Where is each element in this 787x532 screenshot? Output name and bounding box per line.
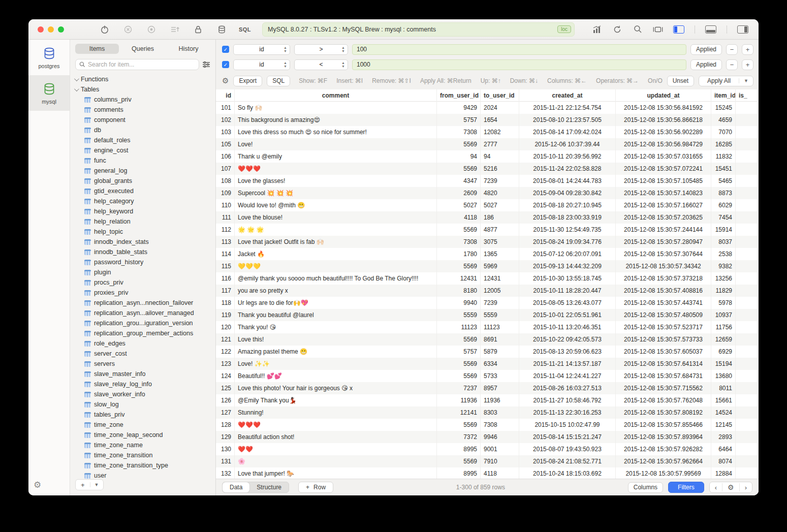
cell-created_at[interactable]: 2015-08-18 20:27:10.945 <box>519 199 616 211</box>
cell-comment[interactable]: 🌸 <box>235 455 437 467</box>
table-row[interactable]: 117you are so pretty x8180120052015-10-1… <box>216 285 759 297</box>
filter-column-select[interactable]: id ▲▼ <box>233 44 290 55</box>
cell-comment[interactable]: Thank you! 😘 <box>235 321 437 333</box>
cell-item_id[interactable]: 12145 <box>711 419 736 431</box>
cell-updated_at[interactable]: 2015-12-08 15:30:57.715562 <box>616 382 711 394</box>
cell-item_id[interactable]: 11756 <box>711 321 736 333</box>
cell-updated_at[interactable]: 2015-12-08 15:30:56.866218 <box>616 114 711 126</box>
cell-created_at[interactable]: 2015-11-24 22:02:58.828 <box>519 163 616 175</box>
cell-updated_at[interactable]: 2015-12-08 15:30:57.641314 <box>616 358 711 370</box>
cell-from_user_id[interactable]: 7308 <box>437 236 481 248</box>
settings-gear-icon[interactable]: ⚙ <box>34 480 41 490</box>
sidebar-table-role_edges[interactable]: role_edges <box>74 338 215 349</box>
cell-updated_at[interactable]: 2015-12-08 15:30:57.443741 <box>616 297 711 309</box>
cell-from_user_id[interactable]: 9429 <box>437 102 481 114</box>
cell-comment[interactable]: Love this photo! Your hair is gorgeous 😘… <box>235 382 437 394</box>
cell-comment[interactable]: Love that jacket! Outfit is fab 🙌🏻 <box>235 236 437 248</box>
cell-item_id[interactable]: 11829 <box>711 285 736 297</box>
cell-item_id[interactable]: 15194 <box>711 358 736 370</box>
sidebar-table-time_zone_transition[interactable]: time_zone_transition <box>74 450 215 460</box>
cell-updated_at[interactable]: 2015-12-08 15:30:57.280947 <box>616 236 711 248</box>
cell-comment[interactable]: So fly 🙌🏻 <box>235 102 437 114</box>
cell-is_[interactable] <box>736 431 759 443</box>
cell-comment[interactable]: Beautiful!! 💕💕 <box>235 370 437 382</box>
cell-to_user_id[interactable]: 8303 <box>481 406 519 419</box>
cell-to_user_id[interactable]: 12082 <box>481 126 519 138</box>
table-row[interactable]: 132Love that jumper! 🐎899541182015-10-24… <box>216 467 759 479</box>
cell-id[interactable]: 121 <box>216 333 235 346</box>
grid-settings-gear-icon[interactable]: ⚙ <box>722 483 740 491</box>
toggle-right-panel-icon[interactable] <box>737 25 748 34</box>
cell-updated_at[interactable]: 2015-12-08 15:30:57.373218 <box>616 272 711 285</box>
column-header-is_[interactable]: is_ <box>736 89 759 102</box>
cell-to_user_id[interactable]: 5879 <box>481 346 519 358</box>
cell-comment[interactable]: Would love to! @mith 😬 <box>235 199 437 211</box>
cell-comment[interactable]: Love this! <box>235 333 437 346</box>
sidebar-table-time_zone_transition_type[interactable]: time_zone_transition_type <box>74 460 215 471</box>
cell-item_id[interactable]: 8074 <box>711 455 736 467</box>
sidebar-table-columns_priv[interactable]: columns_priv <box>74 95 215 105</box>
cell-id[interactable]: 102 <box>216 114 235 126</box>
cell-from_user_id[interactable]: 5559 <box>437 309 481 321</box>
cell-item_id[interactable]: 2893 <box>711 431 736 443</box>
connection-postgres[interactable]: postgres <box>28 40 70 75</box>
cell-comment[interactable]: Stunning! <box>235 406 437 419</box>
table-row[interactable]: 107❤️❤️❤️556952162015-11-24 22:02:58.828… <box>216 163 759 175</box>
connection-status-icon[interactable] <box>100 24 110 35</box>
cell-to_user_id[interactable]: 5733 <box>481 370 519 382</box>
sidebar-table-time_zone_leap_second[interactable]: time_zone_leap_second <box>74 430 215 440</box>
cell-is_[interactable] <box>736 102 759 114</box>
cell-created_at[interactable]: 2015-12-06 10:37:39.44 <box>519 138 616 150</box>
cell-id[interactable]: 126 <box>216 394 235 406</box>
cell-item_id[interactable]: 8873 <box>711 187 736 199</box>
cell-to_user_id[interactable]: 8691 <box>481 333 519 346</box>
cell-id[interactable]: 131 <box>216 455 235 467</box>
cell-is_[interactable] <box>736 163 759 175</box>
cell-id[interactable]: 115 <box>216 260 235 272</box>
cell-to_user_id[interactable]: 9946 <box>481 431 519 443</box>
cell-created_at[interactable]: 2015-08-01 14:24:44.783 <box>519 175 616 187</box>
sidebar-table-slow_log[interactable]: slow_log <box>74 399 215 410</box>
cell-comment[interactable]: This background is amazing😍 <box>235 114 437 126</box>
cell-is_[interactable] <box>736 382 759 394</box>
close-window-button[interactable] <box>38 26 44 33</box>
cell-item_id[interactable]: 9382 <box>711 260 736 272</box>
cell-updated_at[interactable]: 2015-12-08 15:30:57.605037 <box>616 346 711 358</box>
cell-created_at[interactable]: 2015-10-11 20:39:56.992 <box>519 150 616 163</box>
cell-is_[interactable] <box>736 175 759 187</box>
tab-structure[interactable]: Structure <box>249 482 289 492</box>
cell-item_id[interactable]: 15914 <box>711 224 736 236</box>
sidebar-table-default_roles[interactable]: default_roles <box>74 135 215 145</box>
cell-item_id[interactable]: 14524 <box>711 406 736 419</box>
cell-id[interactable]: 128 <box>216 419 235 431</box>
cell-updated_at[interactable]: 2015-12-08 15:30:57.573733 <box>616 333 711 346</box>
table-row[interactable]: 131🌸556979102015-08-24 21:08:52.7712015-… <box>216 455 759 467</box>
cell-id[interactable]: 127 <box>216 406 235 419</box>
cell-updated_at[interactable]: 2015-12-08 15:30:57.408816 <box>616 285 711 297</box>
cell-id[interactable]: 108 <box>216 175 235 187</box>
cell-item_id[interactable]: 13256 <box>711 272 736 285</box>
cell-to_user_id[interactable]: 186 <box>481 211 519 224</box>
cell-created_at[interactable]: 2015-08-24 21:08:52.771 <box>519 455 616 467</box>
cell-item_id[interactable]: 8037 <box>711 236 736 248</box>
connection-mysql[interactable]: mysql <box>28 75 70 111</box>
cell-from_user_id[interactable]: 11123 <box>437 321 481 333</box>
cell-updated_at[interactable]: 2015-12-08 15:30:57.34342 <box>616 260 711 272</box>
cell-updated_at[interactable]: 2015-12-08 15:30:57.105485 <box>616 175 711 187</box>
cell-comment[interactable]: Jacket 🔥 <box>235 248 437 260</box>
minimize-window-button[interactable] <box>48 26 54 33</box>
cell-is_[interactable] <box>736 187 759 199</box>
sidebar-table-replication_asyn...ailover_managed[interactable]: replication_asyn...ailover_managed <box>74 308 215 318</box>
cell-id[interactable]: 111 <box>216 211 235 224</box>
cell-id[interactable]: 105 <box>216 138 235 150</box>
cell-is_[interactable] <box>736 199 759 211</box>
sidebar-table-tables_priv[interactable]: tables_priv <box>74 410 215 420</box>
cell-created_at[interactable]: 2015-11-21 22:12:54.754 <box>519 102 616 114</box>
cell-from_user_id[interactable]: 5569 <box>437 138 481 150</box>
table-row[interactable]: 106Thank u @emily94942015-10-11 20:39:56… <box>216 150 759 163</box>
cell-id[interactable]: 132 <box>216 467 235 479</box>
column-header-updated_at[interactable]: updated_at <box>616 89 711 102</box>
cell-is_[interactable] <box>736 309 759 321</box>
prev-page-button[interactable]: ‹ <box>710 484 722 491</box>
cell-to_user_id[interactable]: 3075 <box>481 236 519 248</box>
